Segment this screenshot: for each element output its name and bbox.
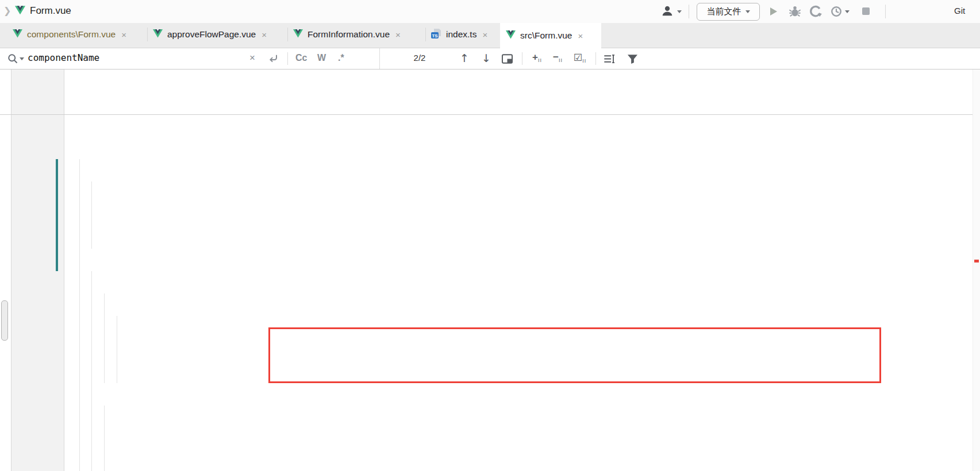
run-configuration-label: 当前文件 [707, 6, 741, 17]
git-widget[interactable]: Git [954, 6, 965, 16]
divider [379, 48, 380, 69]
typescript-file-icon: TS [431, 29, 441, 41]
user-dropdown-icon[interactable] [677, 10, 682, 13]
previous-occurrence-icon[interactable]: ↑ [460, 52, 469, 64]
vue-file-icon [293, 29, 303, 40]
combo-dropdown-icon [745, 10, 750, 13]
editor-tab-bar: components\Form.vue×approveFlowPage.vue×… [0, 23, 980, 48]
toolbar-divider [689, 5, 689, 18]
indent-guide [117, 316, 117, 383]
add-occurrence-icon[interactable]: +II [532, 52, 542, 63]
tab-approveFlowPage.vue[interactable]: approveFlowPage.vue× [147, 23, 287, 46]
breadcrumb-chevron-icon: ❯ [3, 5, 11, 16]
tab-index.ts[interactable]: TSindex.ts× [425, 23, 500, 46]
search-icon[interactable] [7, 53, 18, 67]
indent-guide [91, 271, 92, 471]
select-all-occurrences-icon[interactable]: ☑II [574, 52, 586, 64]
stop-icon[interactable] [862, 7, 870, 15]
debug-icon[interactable] [789, 5, 802, 19]
tab-label: index.ts [446, 29, 476, 40]
editor-scrollbar[interactable] [973, 70, 980, 471]
tab-label: src\Form.vue [520, 30, 572, 41]
tab-close-icon[interactable]: × [395, 30, 401, 40]
user-icon[interactable] [661, 5, 675, 18]
tab-close-icon[interactable]: × [121, 30, 126, 40]
tab-close-icon[interactable]: × [482, 30, 487, 40]
newline-icon[interactable] [268, 53, 279, 67]
regex-toggle[interactable]: .* [338, 53, 344, 63]
red-annotation-box [268, 327, 881, 383]
tab-label: approveFlowPage.vue [167, 29, 256, 40]
indent-guide [79, 159, 80, 471]
search-match-count: 2/2 [402, 53, 437, 63]
filter-lines-icon[interactable] [604, 53, 616, 67]
tab-src-Form.vue[interactable]: src\Form.vue× [500, 23, 601, 48]
svg-text:TS: TS [432, 33, 438, 38]
left-pane-scrollbar[interactable] [1, 300, 8, 341]
profiler-icon[interactable] [809, 5, 823, 19]
divider [522, 52, 522, 65]
remove-occurrence-icon[interactable]: −II [553, 52, 563, 63]
title-bar: ❯ Form.vue 当前文件 Git [0, 0, 980, 23]
code-editor[interactable] [0, 70, 980, 471]
breadcrumb-filename[interactable]: Form.vue [30, 5, 71, 17]
find-toolbar: componentName × Cc W .* 2/2 ↑ ↓ +II −II … [0, 48, 980, 70]
search-input[interactable]: componentName [28, 52, 99, 63]
vue-file-icon [153, 29, 163, 40]
splitter-divider[interactable] [11, 70, 11, 471]
whole-words-toggle[interactable]: W [317, 53, 326, 63]
tab-close-icon[interactable]: × [262, 30, 267, 40]
vcs-change-marker[interactable] [56, 159, 58, 271]
run-icon[interactable] [770, 7, 777, 16]
vue-file-icon [506, 30, 516, 41]
indent-guide [104, 294, 105, 383]
history-dropdown-icon[interactable] [845, 10, 850, 13]
tab-components-Form.vue[interactable]: components\Form.vue× [7, 23, 147, 46]
divider [287, 52, 288, 65]
indent-guide [104, 406, 105, 471]
ide-window: ❯ Form.vue 当前文件 Git components\Form.vue×… [0, 0, 980, 471]
match-case-toggle[interactable]: Cc [295, 53, 307, 63]
history-icon[interactable] [830, 5, 844, 19]
search-options-dropdown-icon[interactable] [20, 57, 24, 60]
open-in-find-window-icon[interactable] [501, 53, 513, 67]
vue-file-icon [13, 29, 22, 40]
tab-close-icon[interactable]: × [578, 31, 583, 41]
divider [595, 52, 596, 65]
tab-label: components\Form.vue [27, 29, 116, 40]
clear-search-icon[interactable]: × [249, 52, 255, 64]
run-configuration-combo[interactable]: 当前文件 [697, 3, 760, 21]
next-occurrence-icon[interactable]: ↓ [482, 52, 491, 64]
tab-label: FormInformation.vue [308, 29, 390, 40]
indent-guide [91, 182, 92, 249]
toolbar-divider [885, 5, 886, 18]
sticky-lines-divider [0, 114, 980, 115]
tab-FormInformation.vue[interactable]: FormInformation.vue× [287, 23, 425, 46]
filter-icon[interactable] [627, 53, 639, 67]
vue-file-icon [15, 6, 25, 17]
error-stripe-mark[interactable] [974, 260, 979, 262]
